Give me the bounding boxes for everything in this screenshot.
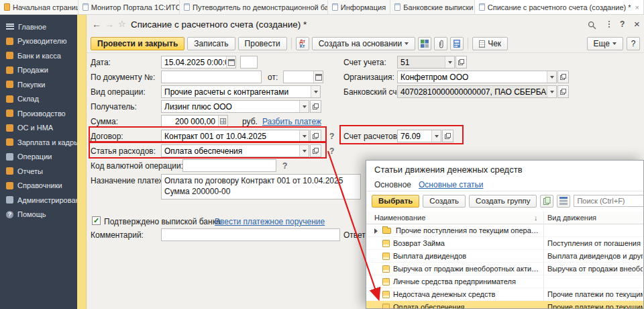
list-item[interactable]: Выплата дивидендов Выплата дивидендов и … — [366, 250, 643, 263]
more-menu-icon[interactable] — [608, 21, 610, 22]
calculator-button[interactable] — [450, 37, 464, 50]
docdate-field[interactable] — [283, 71, 323, 83]
bank-account-field[interactable]: 40702810000000000007, ПАО СБЕРБАНК — [397, 85, 557, 98]
organization-field[interactable]: Конфетпром ООО — [397, 71, 557, 83]
amount-calc-button[interactable] — [218, 116, 227, 127]
check-button[interactable]: Чек — [472, 37, 508, 50]
account-field[interactable]: 51 — [397, 56, 455, 69]
star-icon[interactable]: ☆ — [118, 19, 126, 29]
popup-nav-main-items-link[interactable]: Основные статьи — [419, 180, 484, 189]
forward-icon[interactable]: → — [105, 19, 114, 30]
select-button[interactable]: Выбрать — [372, 195, 419, 208]
calendar-button[interactable] — [313, 71, 323, 83]
column-name-header[interactable]: Наименование — [374, 214, 425, 222]
settlement-open-button[interactable] — [442, 130, 453, 142]
search-icon[interactable] — [588, 21, 596, 32]
currency-code-help-icon[interactable]: ? — [282, 161, 287, 171]
column-movement-header[interactable]: Вид движения — [547, 214, 596, 222]
sidebar-item-production[interactable]: Производство — [0, 106, 77, 121]
form-help-icon[interactable]: ? — [620, 19, 625, 29]
more-button[interactable]: Еще — [587, 37, 623, 50]
list-settings-button[interactable] — [557, 195, 570, 208]
sidebar-item-purchases[interactable]: Покупки — [0, 77, 77, 92]
payee-field[interactable]: Лизинг плюс ООО — [161, 100, 309, 113]
tab-demo-guide[interactable]: Путеводитель по демонстрационной базе × — [180, 0, 328, 14]
contract-open-button[interactable] — [310, 130, 321, 142]
tab-its-monitor[interactable]: Монитор Портала 1С:ИТС × — [78, 0, 180, 14]
post-button[interactable]: Провести — [238, 37, 287, 50]
sort-descending-icon[interactable]: ↓ — [534, 214, 538, 222]
sidebar-item-bank-cash[interactable]: Банк и касса — [0, 48, 77, 63]
expand-icon[interactable] — [374, 228, 378, 234]
sidebar-item-reports[interactable]: Отчеты — [0, 164, 77, 179]
bank-account-open-button[interactable] — [557, 85, 569, 98]
form-close-icon[interactable]: × — [634, 18, 640, 30]
post-and-close-button[interactable]: Провести и закрыть — [91, 37, 184, 50]
tab-info[interactable]: Информация × — [328, 0, 391, 14]
contract-help-icon[interactable]: ? — [329, 132, 334, 141]
list-item[interactable]: Личные средства предпринимателя — [366, 275, 643, 288]
create-group-button[interactable]: Создать группу — [469, 195, 537, 208]
copy-button[interactable] — [540, 195, 553, 208]
calendar-button[interactable] — [226, 56, 235, 68]
payee-dropdown-button[interactable] — [299, 101, 309, 112]
save-button[interactable]: Записать — [187, 37, 235, 50]
organization-dropdown-button[interactable] — [547, 71, 556, 83]
enter-payment-order-link[interactable]: Ввести платежное поручение — [215, 217, 325, 226]
date-extra-field[interactable] — [240, 56, 258, 69]
back-icon[interactable]: ← — [92, 19, 101, 30]
tab-home[interactable]: Начальная страница — [0, 0, 78, 14]
operation-type-dropdown-button[interactable] — [311, 86, 320, 97]
split-payment-link[interactable]: Разбить платеж — [262, 117, 321, 126]
popup-nav-main[interactable]: Основное — [374, 180, 411, 189]
bank-account-dropdown-button[interactable] — [547, 86, 556, 97]
list-item[interactable]: Выручка от продажи внеоборотных активов … — [366, 263, 643, 275]
amount-field[interactable]: 200 000,00 — [161, 115, 228, 128]
contract-dropdown-button[interactable] — [299, 130, 309, 142]
calendar-icon — [315, 74, 322, 81]
date-field[interactable]: 15.04.2025 0:00:00 — [161, 56, 236, 69]
sidebar-item-catalogs[interactable]: Справочники — [0, 179, 77, 193]
comment-field[interactable] — [161, 228, 340, 241]
payment-purpose-field[interactable]: Оплата по договору Контракт 001 от 10.04… — [161, 174, 361, 200]
sidebar-item-sales[interactable]: Продажи — [0, 63, 77, 78]
sidebar-item-payroll[interactable]: Зарплата и кадры — [0, 135, 77, 150]
expense-open-button[interactable] — [310, 144, 321, 157]
expense-help-icon[interactable]: ? — [329, 146, 334, 156]
sidebar-item-warehouse[interactable]: Склад — [0, 92, 77, 107]
create-based-on-button[interactable]: Создать на основании — [312, 37, 416, 50]
search-input[interactable] — [574, 195, 644, 207]
sidebar-item-help[interactable]: ?Помощь — [0, 208, 77, 222]
help-button[interactable]: ? — [627, 37, 640, 50]
create-button[interactable]: Создать — [423, 195, 466, 208]
show-postings-button[interactable]: ДтКт — [296, 37, 309, 50]
tab-bank-writeoff[interactable]: Списание с расчетного счета (создание) *… — [475, 0, 644, 14]
related-documents-button[interactable] — [418, 37, 431, 50]
settlement-account-field[interactable]: 76.09 — [397, 130, 441, 142]
sidebar-item-operations[interactable]: Операции — [0, 150, 77, 165]
payee-open-button[interactable] — [310, 100, 321, 113]
currency-code-field[interactable] — [182, 159, 276, 172]
operation-type-field[interactable]: Прочие расчеты с контрагентами — [161, 85, 321, 98]
expense-item-field[interactable]: Оплата обеспечения — [161, 144, 309, 157]
list-item-selected[interactable]: Оплата обеспечения Прочие платежи по тек… — [366, 301, 643, 309]
expense-dropdown-button[interactable] — [299, 145, 309, 157]
list-item-group[interactable]: Прочие поступления по текущим операциям — [366, 224, 643, 237]
settlement-dropdown-button[interactable] — [431, 130, 441, 142]
contract-field[interactable]: Контракт 001 от 10.04.2025 — [161, 130, 309, 142]
account-open-button[interactable] — [455, 56, 467, 69]
sidebar-item-fixed-assets[interactable]: ОС и НМА — [0, 121, 77, 136]
docno-field[interactable] — [161, 71, 262, 83]
confirmed-checkbox[interactable]: ✓ — [92, 216, 101, 225]
gear-icon — [6, 196, 13, 204]
list-item[interactable]: Недостача денежных средств Прочие платеж… — [366, 288, 643, 301]
account-dropdown-button[interactable] — [445, 56, 454, 68]
tab-bank-statements[interactable]: Банковские выписки × — [390, 0, 474, 14]
list-item[interactable]: Возврат Займа Поступления от погашения з… — [366, 237, 643, 250]
tab-close-icon[interactable]: × — [635, 3, 639, 11]
attachments-button[interactable] — [434, 37, 447, 50]
sidebar-item-administration[interactable]: Администрирование — [0, 193, 77, 208]
sidebar-item-main[interactable]: Главное — [0, 19, 77, 34]
organization-open-button[interactable] — [557, 71, 569, 83]
sidebar-item-manager[interactable]: Руководителю — [0, 34, 77, 49]
